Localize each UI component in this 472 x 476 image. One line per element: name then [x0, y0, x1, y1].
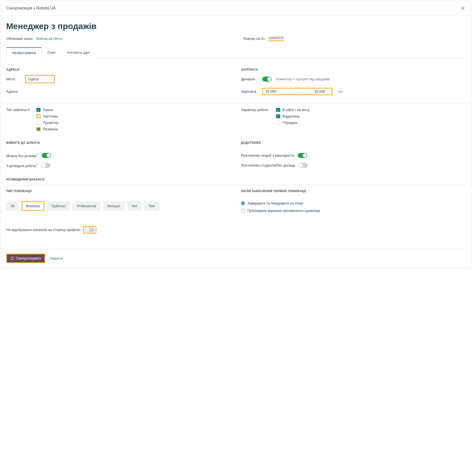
hide-profile-toggle[interactable] — [85, 227, 95, 232]
pubtype-hot[interactable]: Hot — [127, 201, 142, 211]
salary-range-input[interactable]: 25 000 - 35 000 — [262, 88, 333, 95]
city-input[interactable]: Одеса — [25, 75, 55, 83]
experience-toggle[interactable] — [41, 163, 51, 168]
chk-shift-label: Позмінна — [43, 127, 58, 131]
section-requirements: ВИМОГИ ДО ШУКАЧА — [6, 141, 231, 145]
pubtype-all[interactable]: All — [6, 201, 19, 211]
sync-button[interactable]: Синхронізувати — [6, 254, 45, 263]
city-label: Місто — [6, 77, 22, 81]
close-link[interactable]: Закрити — [50, 256, 63, 260]
currency: грн — [338, 89, 343, 93]
hide-profile-label: Не відображати вакансію на сторінці проф… — [6, 228, 80, 232]
chk-remote[interactable] — [276, 114, 280, 118]
address-label: Адреса — [6, 89, 22, 93]
radio-finish[interactable] — [241, 201, 245, 205]
chk-full-label: Повна — [43, 108, 53, 112]
no-resume-label: Можна без резюме? — [6, 153, 39, 158]
chk-full[interactable] — [36, 108, 40, 112]
students-label: Розглянемо студентів/без досвіду — [241, 163, 295, 167]
section-placement: РОЗМІЩЕННЯ ВАКАНСІЇ — [6, 178, 466, 181]
tab-settings[interactable]: Налаштування — [6, 47, 42, 58]
chk-project-label: Проектна — [43, 121, 58, 125]
page-title: Менеджер з продажів — [6, 21, 466, 31]
nature-label: Характер роботи — [241, 108, 273, 125]
radio-auto-label: Публікувати вакансію автоматично щомісяц… — [247, 209, 320, 213]
id-label: Robota.UA ID — [243, 37, 265, 41]
experience-label: З досвідом роботи? — [6, 163, 38, 168]
range-toggle[interactable] — [262, 77, 272, 82]
radio-finish-label: Завершити та повідомити на email — [247, 201, 303, 205]
salary-comment: Коментар + процент від продажів — [276, 77, 330, 81]
section-salary: ЗАРПЛАТА — [241, 68, 466, 71]
section-address: АДРЕСА — [6, 68, 231, 71]
pubtype-business[interactable]: Business — [22, 201, 45, 211]
section-pubtype: ТИП ПУБЛІКАЦІЇ — [6, 189, 231, 193]
salary-sep: - — [302, 89, 303, 93]
chk-office[interactable] — [276, 108, 280, 112]
chk-shift[interactable] — [36, 127, 40, 131]
pubtype-professional[interactable]: Professional — [72, 201, 101, 211]
no-resume-toggle[interactable] — [42, 153, 51, 158]
salary-to: 35 000 — [314, 89, 329, 93]
disability-toggle[interactable] — [298, 153, 307, 158]
students-toggle[interactable] — [298, 163, 308, 168]
section-additional: ДОДАТКОВО — [241, 141, 466, 145]
chk-hybrid[interactable] — [276, 121, 280, 125]
chk-office-label: В офісі / на місці — [283, 108, 309, 112]
tab-description[interactable]: Опис — [42, 47, 61, 58]
chk-hybrid-label: Гібридна — [283, 121, 297, 125]
radio-auto[interactable] — [241, 209, 245, 213]
disability-label: Розглянемо людей з інвалідністю — [241, 153, 295, 157]
pubtype-test[interactable]: Test — [144, 201, 159, 211]
modal-title: Синхронізація з Robota.UA — [6, 6, 56, 10]
chk-project[interactable] — [36, 121, 40, 125]
range-label: Діапазон — [241, 77, 259, 81]
salary-label: Зарплата — [241, 89, 259, 93]
id-value: 10342575 — [268, 36, 284, 41]
pubtype-optimum[interactable]: Optimum — [47, 201, 70, 211]
chk-remote-label: Віддалена — [283, 114, 300, 118]
salary-from: 25 000 — [266, 89, 280, 93]
help-icon[interactable]: ? — [37, 163, 38, 166]
account-label: Обліковий запис — [6, 37, 33, 41]
chk-part[interactable] — [36, 114, 40, 118]
chk-part-label: Часткова — [43, 114, 58, 118]
help-icon[interactable]: ? — [37, 153, 39, 156]
employment-label: Тип зайнятості — [6, 108, 34, 131]
sync-button-label: Синхронізувати — [16, 256, 41, 260]
sync-icon — [10, 257, 14, 260]
tab-contacts[interactable]: Контактні дані — [61, 47, 96, 58]
section-after: ПІСЛЯ ЗАКІНЧЕННЯ ТЕРМІНУ ПУБЛІКАЦІЇ — [241, 189, 466, 193]
account-value[interactable]: Robota.ua Demo — [36, 37, 63, 41]
pubtype-anonym[interactable]: Anonym — [103, 201, 125, 211]
close-icon[interactable] — [460, 5, 466, 11]
